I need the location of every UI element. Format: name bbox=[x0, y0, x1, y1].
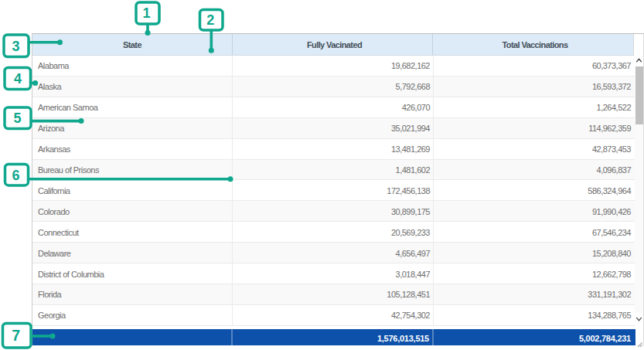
svg-text:3: 3 bbox=[12, 39, 20, 54]
svg-text:4: 4 bbox=[14, 71, 22, 87]
svg-text:6: 6 bbox=[12, 168, 19, 183]
svg-text:5: 5 bbox=[14, 110, 22, 126]
svg-text:7: 7 bbox=[12, 327, 20, 344]
svg-text:2: 2 bbox=[206, 12, 214, 28]
svg-text:1: 1 bbox=[143, 5, 151, 21]
